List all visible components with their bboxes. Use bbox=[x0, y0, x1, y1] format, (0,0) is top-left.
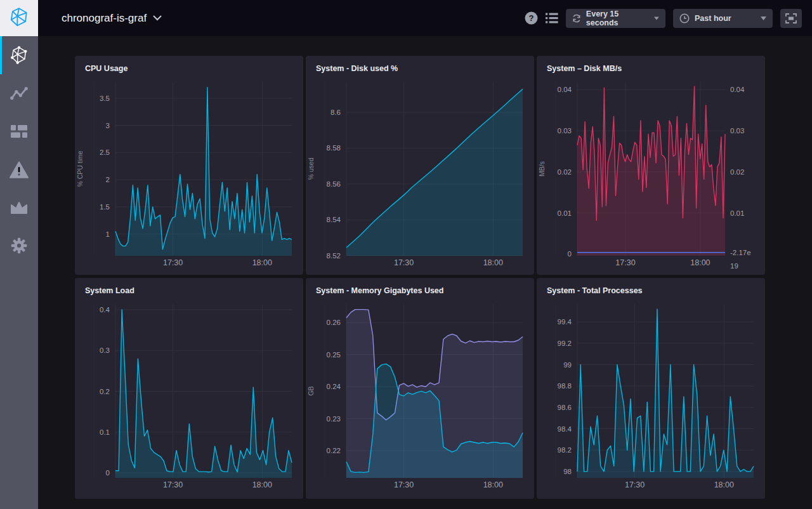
cell-title[interactable]: CPU Usage bbox=[75, 56, 303, 77]
legend-toggle-button[interactable] bbox=[546, 13, 558, 23]
settings-icon bbox=[10, 237, 28, 255]
legend-list-icon bbox=[546, 13, 558, 23]
chart-canvas-total-processes[interactable]: 17:3018:009898.298.498.698.89999.299.4 bbox=[537, 300, 765, 499]
svg-text:98.2: 98.2 bbox=[558, 446, 572, 454]
cubo-home-icon bbox=[10, 46, 29, 65]
cell-title[interactable]: System – Disk MB/s bbox=[537, 56, 765, 77]
svg-text:17:30: 17:30 bbox=[615, 258, 635, 267]
sidebar-item-dashboards[interactable] bbox=[0, 112, 38, 150]
timerange-dropdown[interactable]: Past hour bbox=[673, 9, 773, 28]
dashboards-icon bbox=[10, 124, 28, 138]
svg-text:0.22: 0.22 bbox=[327, 447, 341, 454]
refresh-icon bbox=[572, 13, 581, 23]
autorefresh-dropdown[interactable]: Every 15 seconds bbox=[566, 9, 665, 28]
dashboard-title-dropdown[interactable]: chronograf-is-graf bbox=[62, 12, 162, 25]
cell-disk-mbs: System – Disk MB/s 17:3018:0000.010.020.… bbox=[537, 56, 765, 275]
svg-text:18:00: 18:00 bbox=[483, 480, 503, 489]
sidebar-item-admin[interactable] bbox=[0, 188, 38, 227]
svg-text:2.5: 2.5 bbox=[100, 149, 110, 156]
chart-canvas-disk-used-pct[interactable]: 17:3018:008.528.548.568.588.6% used bbox=[306, 77, 534, 275]
sidebar-item-settings[interactable] bbox=[0, 227, 38, 265]
cell-disk-used-pct: System - Disk used % 17:3018:008.528.548… bbox=[306, 56, 534, 275]
chart-canvas-memory-gb[interactable]: 17:3018:000.220.230.240.250.26GB bbox=[306, 300, 534, 499]
svg-text:0: 0 bbox=[106, 469, 110, 477]
svg-text:98: 98 bbox=[563, 468, 572, 475]
svg-text:0.4: 0.4 bbox=[100, 306, 110, 314]
svg-text:8.58: 8.58 bbox=[327, 144, 341, 152]
svg-text:99.2: 99.2 bbox=[558, 340, 572, 347]
cell-title[interactable]: System Load bbox=[75, 278, 303, 300]
svg-text:1.5: 1.5 bbox=[100, 203, 110, 211]
svg-text:19: 19 bbox=[730, 262, 738, 270]
chart-canvas-cpu-usage[interactable]: 17:3018:0011.522.533.5% CPU time bbox=[75, 77, 303, 275]
svg-text:0.03: 0.03 bbox=[730, 127, 744, 135]
svg-text:8.56: 8.56 bbox=[327, 180, 341, 188]
svg-text:8.52: 8.52 bbox=[327, 252, 341, 260]
svg-text:MB/s: MB/s bbox=[538, 161, 546, 176]
svg-text:0.04: 0.04 bbox=[730, 86, 745, 93]
svg-text:0.02: 0.02 bbox=[558, 168, 572, 176]
sidebar-item-alerts[interactable] bbox=[0, 150, 38, 188]
svg-text:17:30: 17:30 bbox=[163, 258, 183, 267]
cell-cpu-usage: CPU Usage 17:3018:0011.522.533.5% CPU ti… bbox=[75, 56, 303, 275]
dashboard-grid: CPU Usage 17:3018:0011.522.533.5% CPU ti… bbox=[38, 36, 812, 509]
svg-text:0.01: 0.01 bbox=[558, 209, 572, 217]
svg-text:2: 2 bbox=[106, 176, 110, 183]
svg-text:0.01: 0.01 bbox=[730, 209, 744, 217]
cell-title[interactable]: System - Memory Gigabytes Used bbox=[306, 278, 534, 300]
alerts-icon bbox=[10, 161, 29, 178]
svg-text:17:30: 17:30 bbox=[625, 480, 645, 489]
svg-text:GB: GB bbox=[307, 386, 315, 395]
presentation-mode-icon bbox=[785, 13, 797, 23]
svg-text:18:00: 18:00 bbox=[252, 480, 272, 489]
chronograf-logo[interactable] bbox=[0, 0, 38, 36]
dashboard-title: chronograf-is-graf bbox=[62, 12, 147, 25]
timerange-label: Past hour bbox=[695, 14, 731, 23]
svg-text:0.24: 0.24 bbox=[327, 383, 341, 390]
svg-text:3: 3 bbox=[106, 122, 110, 129]
svg-text:% CPU time: % CPU time bbox=[76, 150, 84, 187]
caret-down-icon bbox=[761, 17, 766, 20]
cell-title[interactable]: System - Total Processes bbox=[537, 278, 765, 300]
svg-text:17:30: 17:30 bbox=[163, 480, 183, 489]
top-navbar: chronograf-is-graf ? Ev bbox=[0, 0, 812, 36]
svg-text:?: ? bbox=[529, 13, 534, 23]
chart-canvas-disk-mbs[interactable]: 17:3018:0000.010.020.030.040.040.030.020… bbox=[537, 77, 765, 275]
svg-text:17:30: 17:30 bbox=[394, 258, 414, 267]
svg-text:% used: % used bbox=[307, 157, 315, 180]
svg-text:0: 0 bbox=[568, 250, 572, 258]
help-icon: ? bbox=[525, 11, 538, 25]
chronograf-logo-icon bbox=[8, 6, 30, 30]
cell-memory-gb: System - Memory Gigabytes Used 17:3018:0… bbox=[306, 278, 534, 499]
clock-icon bbox=[679, 13, 690, 23]
cell-total-processes: System - Total Processes 17:3018:009898.… bbox=[537, 278, 765, 499]
svg-text:98.8: 98.8 bbox=[558, 382, 572, 390]
chart-canvas-system-load[interactable]: 17:3018:0000.10.20.30.4 bbox=[75, 300, 303, 499]
svg-text:0.25: 0.25 bbox=[327, 351, 341, 359]
caret-down-icon bbox=[654, 17, 659, 20]
svg-text:18:00: 18:00 bbox=[483, 258, 503, 267]
svg-text:98.4: 98.4 bbox=[558, 425, 572, 433]
svg-text:0.1: 0.1 bbox=[100, 428, 110, 436]
cell-system-load: System Load 17:3018:0000.10.20.30.4 bbox=[75, 278, 303, 499]
svg-text:0.26: 0.26 bbox=[327, 319, 341, 326]
svg-text:18:00: 18:00 bbox=[252, 258, 272, 267]
svg-text:0.23: 0.23 bbox=[327, 415, 341, 423]
help-button[interactable]: ? bbox=[525, 11, 538, 25]
sidebar-item-status[interactable] bbox=[0, 36, 38, 74]
svg-text:0.2: 0.2 bbox=[100, 388, 110, 395]
svg-text:18:00: 18:00 bbox=[714, 480, 734, 489]
svg-text:8.54: 8.54 bbox=[327, 216, 341, 223]
svg-text:18:00: 18:00 bbox=[690, 258, 710, 267]
sidebar-nav bbox=[0, 36, 38, 509]
svg-text:-2.17e: -2.17e bbox=[730, 249, 751, 256]
admin-icon bbox=[10, 201, 28, 214]
svg-text:0.04: 0.04 bbox=[558, 86, 572, 93]
sidebar-item-data-explorer[interactable] bbox=[0, 74, 38, 112]
svg-text:8.6: 8.6 bbox=[331, 109, 341, 116]
svg-text:98.6: 98.6 bbox=[558, 404, 572, 411]
svg-text:0.3: 0.3 bbox=[100, 347, 110, 354]
presentation-mode-button[interactable] bbox=[780, 9, 802, 28]
cell-title[interactable]: System - Disk used % bbox=[306, 56, 534, 77]
autorefresh-label: Every 15 seconds bbox=[586, 10, 644, 27]
